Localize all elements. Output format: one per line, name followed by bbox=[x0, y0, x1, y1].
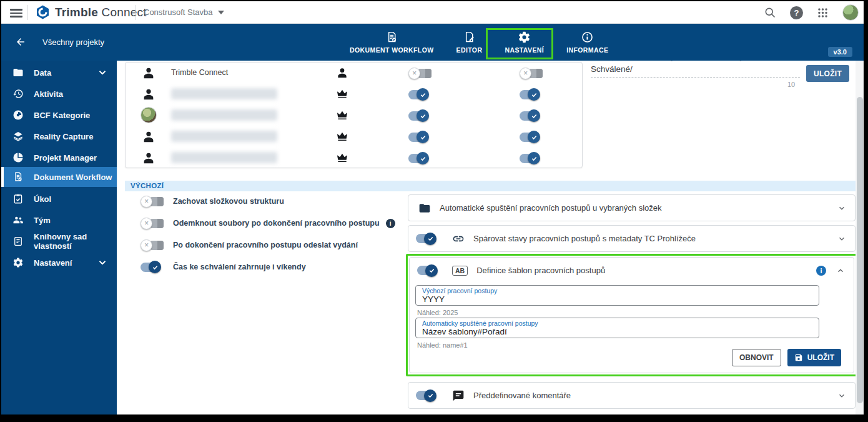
member-toggle-1[interactable] bbox=[408, 109, 435, 122]
scrollbar-thumb[interactable] bbox=[857, 97, 863, 403]
project-selector[interactable]: Construsoft Stavba bbox=[144, 8, 224, 17]
panel-title: Definice šablon pracovních postupů bbox=[476, 266, 605, 275]
tab-label: NASTAVENÍ bbox=[505, 46, 544, 54]
trimble-logo-icon bbox=[35, 4, 51, 20]
tab-nastaveni[interactable]: NASTAVENÍ bbox=[493, 24, 555, 61]
pie-chart-icon bbox=[12, 152, 24, 163]
chevron-down-icon bbox=[218, 11, 224, 14]
app-window: Trimble Connect Construsoft Stavba ? Vše… bbox=[1, 1, 864, 414]
gear-icon bbox=[12, 257, 24, 268]
apps-grid-icon[interactable] bbox=[817, 7, 829, 19]
info-icon[interactable]: i bbox=[816, 266, 826, 276]
divider bbox=[27, 5, 28, 20]
default-workflows-field[interactable]: Výchozí pracovní postupy YYYY bbox=[415, 285, 819, 306]
person-icon bbox=[142, 129, 155, 143]
tab-editor[interactable]: EDITOR bbox=[445, 24, 494, 61]
option-toggle[interactable]: × bbox=[141, 217, 167, 229]
approved-folder-input[interactable]: Schválené/ bbox=[591, 64, 800, 78]
panel-toggle[interactable] bbox=[416, 389, 442, 402]
sidebar-item-data[interactable]: Data bbox=[1, 63, 117, 83]
panel-title: Spárovat stavy pracovních postupů s meta… bbox=[473, 234, 696, 243]
member-name-redacted bbox=[171, 131, 277, 142]
layers-icon bbox=[12, 131, 24, 142]
member-toggle-1[interactable] bbox=[408, 88, 435, 101]
topbar: Trimble Connect Construsoft Stavba ? bbox=[1, 1, 864, 24]
panel-predefined-comments[interactable]: Předdefinované komentáře bbox=[408, 382, 856, 409]
divider bbox=[136, 5, 136, 20]
book-icon bbox=[12, 236, 24, 247]
panel-toggle[interactable] bbox=[416, 233, 442, 245]
scrollbar[interactable] bbox=[856, 61, 864, 414]
user-avatar[interactable] bbox=[842, 4, 859, 21]
auto-started-workflows-field[interactable]: Automaticky spuštěné pracovní postupy Ná… bbox=[415, 318, 819, 338]
tab-informace[interactable]: INFORMACE bbox=[555, 24, 619, 61]
member-photo-avatar bbox=[141, 107, 157, 123]
chevron-down-icon[interactable] bbox=[837, 204, 846, 213]
save-button-top[interactable]: ULOŽIT bbox=[806, 65, 849, 82]
member-toggle-2[interactable] bbox=[520, 131, 546, 143]
chevron-down-icon[interactable] bbox=[837, 234, 846, 243]
hamburger-menu-icon[interactable] bbox=[10, 7, 22, 18]
chevron-down-icon[interactable] bbox=[837, 391, 846, 400]
table-row bbox=[126, 148, 582, 168]
option-toggle[interactable]: × bbox=[141, 195, 167, 208]
save-button[interactable]: ULOŽIT bbox=[787, 349, 841, 366]
sidebar-item-projekt-manager[interactable]: Projekt Manager bbox=[1, 148, 117, 168]
panel-auto-start-workflows[interactable]: Automatické spuštění pracovních postupů … bbox=[408, 194, 856, 221]
admin-crown-icon bbox=[336, 130, 348, 143]
chevron-down-icon bbox=[97, 67, 108, 78]
logo-text: Trimble Connect bbox=[55, 6, 147, 19]
member-toggle-2[interactable] bbox=[520, 88, 546, 101]
tab-label: EDITOR bbox=[456, 46, 483, 54]
sidebar-item-ukol[interactable]: Úkol bbox=[1, 189, 117, 209]
sidebar-item-label: Knihovny sad vlastností bbox=[34, 232, 117, 251]
people-icon bbox=[12, 214, 24, 226]
field-value: YYYY bbox=[422, 294, 812, 304]
option-toggle[interactable]: × bbox=[141, 239, 167, 251]
tab-dokument-workflow[interactable]: DOKUMENT WORKFLOW bbox=[338, 24, 445, 61]
sidebar-item-tym[interactable]: Tým bbox=[1, 210, 117, 230]
sidebar: Data Aktivita BCF Kategorie Reality Capt… bbox=[1, 61, 117, 414]
panel-toggle[interactable] bbox=[417, 264, 443, 277]
members-table: Trimble Connect × × bbox=[125, 62, 583, 168]
user-role-icon bbox=[336, 66, 348, 79]
option-label: Odemknout soubory po dokončení pracovníh… bbox=[173, 219, 380, 228]
sidebar-item-label: Nastavení bbox=[34, 258, 72, 268]
member-toggle-2[interactable]: × bbox=[520, 67, 546, 79]
save-floppy-icon bbox=[794, 353, 803, 362]
help-icon[interactable]: ? bbox=[790, 6, 803, 19]
search-icon[interactable] bbox=[764, 6, 776, 19]
main-content: Trimble Connect × × bbox=[117, 61, 864, 414]
reset-button[interactable]: OBNOVIT bbox=[732, 349, 781, 366]
tab-label: DOKUMENT WORKFLOW bbox=[350, 46, 434, 54]
sidebar-item-reality-capture[interactable]: Reality Capture bbox=[1, 126, 117, 146]
option-toggle[interactable] bbox=[141, 261, 167, 273]
person-icon bbox=[142, 151, 155, 164]
table-row bbox=[126, 105, 582, 126]
back-to-projects[interactable]: Všechny projekty bbox=[15, 36, 104, 48]
sidebar-item-label: Projekt Manager bbox=[34, 153, 97, 163]
trimble-connect-logo[interactable]: Trimble Connect bbox=[35, 4, 147, 20]
defaults-section-header: VÝCHOZÍ bbox=[125, 181, 856, 191]
document-check-icon bbox=[12, 171, 24, 183]
option-unlock-files: × Odemknout soubory po dokončení pracovn… bbox=[141, 217, 395, 229]
sidebar-item-aktivita[interactable]: Aktivita bbox=[1, 84, 117, 104]
member-toggle-1[interactable]: × bbox=[408, 67, 435, 79]
sidebar-item-nastaveni[interactable]: Nastavení bbox=[1, 253, 117, 273]
panel-pair-statuses[interactable]: Spárovat stavy pracovních postupů s meta… bbox=[408, 225, 856, 252]
chevron-up-icon[interactable] bbox=[836, 266, 845, 275]
sidebar-item-knihovny[interactable]: Knihovny sad vlastností bbox=[1, 231, 117, 251]
back-label: Všechny projekty bbox=[42, 38, 104, 47]
member-toggle-1[interactable] bbox=[408, 131, 435, 143]
sidebar-item-bcf-kategorie[interactable]: BCF Kategorie bbox=[1, 105, 117, 125]
info-icon[interactable]: i bbox=[386, 219, 395, 228]
tab-bar: DOKUMENT WORKFLOW EDITOR NASTAVENÍ INFOR… bbox=[338, 24, 619, 61]
member-toggle-1[interactable] bbox=[408, 152, 435, 164]
member-toggle-2[interactable] bbox=[520, 109, 546, 122]
comment-icon bbox=[452, 389, 465, 402]
sidebar-item-label: Data bbox=[34, 68, 51, 78]
member-toggle-2[interactable] bbox=[520, 152, 546, 164]
link-icon bbox=[452, 233, 465, 245]
sidebar-item-dokument-workflow[interactable]: Dokument Workflow bbox=[1, 167, 117, 187]
save-button-label: ULOŽIT bbox=[807, 353, 834, 362]
